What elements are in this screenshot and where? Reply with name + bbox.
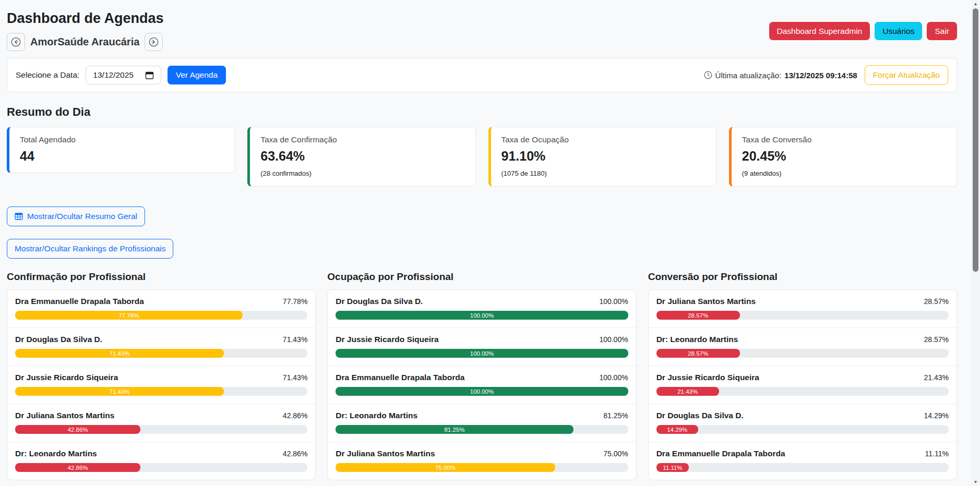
- progress-bar-track: 71.43%: [15, 349, 307, 358]
- progress-bar-fill: 100.00%: [336, 349, 628, 358]
- ranking-row: Dr Juliana Santos Martins42.86%42.86%: [7, 404, 315, 442]
- progress-bar-label: 21.43%: [677, 388, 698, 395]
- professional-name: Dr Douglas Da Silva D.: [656, 411, 744, 420]
- progress-bar-fill: 100.00%: [336, 311, 628, 320]
- percent-value: 100.00%: [599, 335, 628, 344]
- summary-heading: Resumo do Dia: [7, 105, 957, 119]
- last-update-label: Última atualização:: [715, 71, 782, 80]
- date-controls: Selecione a Data: 13/12/2025 Ver Agenda: [16, 66, 226, 84]
- professional-name: Dra Emmanuelle Drapala Taborda: [15, 297, 144, 306]
- forcar-atualizacao-button[interactable]: Forçar Atualização: [865, 65, 948, 85]
- progress-bar-fill: 75.00%: [336, 463, 555, 472]
- ranking-row: Dra Emmanuelle Drapala Taborda77.78%77.7…: [7, 290, 315, 328]
- ranking-row: Dr Douglas Da Silva D.14.29%14.29%: [649, 404, 957, 442]
- clinic-name: AmorSaúde Araucária: [30, 36, 139, 48]
- arrow-right-circle-icon: [149, 37, 159, 47]
- toggle-row-2: Mostrar/Ocultar Rankings de Profissionai…: [7, 239, 957, 259]
- progress-bar-track: 42.86%: [15, 425, 307, 434]
- ranking-row: Dr Juliana Santos Martins75.00%75.00%: [328, 442, 636, 480]
- progress-bar-label: 75.00%: [435, 465, 456, 471]
- ver-agenda-button[interactable]: Ver Agenda: [168, 66, 226, 84]
- ranking-card: Dra Emmanuelle Drapala Taborda77.78%77.7…: [7, 289, 316, 480]
- progress-bar-track: 100.00%: [336, 387, 628, 396]
- progress-bar-track: 81.25%: [336, 425, 628, 434]
- ranking-row: Dr Jussie Ricardo Siqueira100.00%100.00%: [328, 328, 636, 366]
- ranking-row: Dra Emmanuelle Drapala Taborda11.11%11.1…: [649, 442, 957, 480]
- ranking-row: Dr Douglas Da Silva D.71.43%71.43%: [7, 328, 315, 366]
- scrollbar-up-arrow[interactable]: ▲: [971, 2, 980, 6]
- progress-bar-fill: 71.43%: [15, 349, 224, 358]
- progress-bar-track: 11.11%: [656, 463, 949, 472]
- last-update-value: 13/12/2025 09:14:58: [784, 71, 857, 80]
- progress-bar-track: 77.78%: [15, 311, 307, 320]
- toggle-resumo-geral-button[interactable]: Mostrar/Ocultar Resumo Geral: [7, 206, 145, 226]
- ranking-heading: Conversão por Profissional: [648, 271, 957, 283]
- professional-name: Dr Jussie Ricardo Siqueira: [656, 373, 759, 382]
- date-input-value: 13/12/2025: [93, 70, 134, 80]
- rankings-section: Confirmação por Profissional Dra Emmanue…: [7, 271, 957, 480]
- ranking-row: Dr Douglas Da Silva D.100.00%100.00%: [328, 290, 636, 328]
- progress-bar-fill: 42.86%: [15, 425, 140, 434]
- taxa-conversao-card: Taxa de Conversão 20.45% (9 atendidos): [729, 127, 957, 187]
- progress-bar-track: 21.43%: [656, 387, 949, 396]
- professional-name: Dr Jussie Ricardo Siqueira: [15, 373, 118, 382]
- ranking-row: Dr Jussie Ricardo Siqueira71.43%71.43%: [7, 366, 315, 404]
- progress-bar-fill: 71.43%: [15, 387, 224, 396]
- ranking-row: Dr: Leonardo Martins81.25%81.25%: [328, 404, 636, 442]
- progress-bar-track: 100.00%: [336, 311, 628, 320]
- table-icon: [15, 212, 23, 221]
- last-update-text: Última atualização: 13/12/2025 09:14:58: [704, 71, 857, 80]
- date-input[interactable]: 13/12/2025: [86, 66, 161, 84]
- progress-bar-fill: 42.86%: [15, 463, 140, 472]
- total-agendado-card: Total Agendado 44: [7, 127, 235, 173]
- progress-bar-fill: 11.11%: [656, 463, 689, 472]
- usuarios-button[interactable]: Usuários: [875, 22, 922, 40]
- progress-bar-fill: 81.25%: [336, 425, 573, 434]
- update-area: Última atualização: 13/12/2025 09:14:58 …: [704, 65, 948, 85]
- dashboard-superadmin-button[interactable]: Dashboard Superadmin: [769, 22, 870, 40]
- percent-value: 100.00%: [599, 297, 628, 306]
- progress-bar-label: 11.11%: [663, 465, 682, 471]
- previous-clinic-button[interactable]: [7, 33, 25, 51]
- percent-value: 21.43%: [924, 373, 949, 382]
- progress-bar-track: 28.57%: [656, 349, 949, 358]
- progress-bar-fill: 21.43%: [656, 387, 719, 396]
- percent-value: 42.86%: [283, 411, 307, 420]
- progress-bar-label: 77.78%: [118, 312, 139, 319]
- progress-bar-track: 71.43%: [15, 387, 307, 396]
- professional-name: Dr Juliana Santos Martins: [15, 411, 114, 420]
- calendar-icon[interactable]: [145, 71, 154, 80]
- vertical-scrollbar[interactable]: ▲ ▼: [971, 0, 980, 486]
- scrollbar-down-arrow[interactable]: ▼: [971, 480, 980, 484]
- percent-value: 71.43%: [283, 335, 307, 344]
- professional-name: Dra Emmanuelle Drapala Taborda: [656, 449, 785, 458]
- professional-name: Dr Juliana Santos Martins: [656, 297, 756, 306]
- toggle-rankings-button[interactable]: Mostrar/Ocultar Rankings de Profissionai…: [7, 239, 173, 259]
- progress-bar-fill: 28.57%: [656, 311, 740, 320]
- card-value: 44: [20, 149, 224, 164]
- toggle-resumo-geral-label: Mostrar/Ocultar Resumo Geral: [27, 212, 137, 221]
- card-label: Taxa de Conversão: [742, 135, 946, 144]
- sair-button[interactable]: Sair: [927, 22, 957, 40]
- professional-name: Dr Douglas Da Silva D.: [15, 335, 102, 344]
- percent-value: 75.00%: [603, 449, 628, 458]
- progress-bar-label: 71.43%: [110, 388, 130, 395]
- card-label: Taxa de Ocupação: [501, 135, 706, 144]
- progress-bar-track: 75.00%: [336, 463, 628, 472]
- progress-bar-label: 71.43%: [110, 350, 130, 357]
- ranking-card: Dr Juliana Santos Martins28.57%28.57%Dr:…: [648, 289, 957, 480]
- page-title: Dashboard de Agendas: [7, 10, 164, 27]
- card-subtext: (1075 de 1180): [501, 169, 706, 177]
- card-label: Taxa de Confirmação: [260, 135, 464, 144]
- date-label: Selecione a Data:: [16, 70, 79, 80]
- percent-value: 28.57%: [924, 335, 949, 344]
- date-toolbar: Selecione a Data: 13/12/2025 Ver Agenda …: [7, 58, 957, 92]
- progress-bar-label: 28.57%: [688, 350, 708, 357]
- professional-name: Dr Douglas Da Silva D.: [336, 297, 423, 306]
- scrollbar-thumb[interactable]: [973, 8, 978, 272]
- progress-bar-fill: 14.29%: [656, 425, 698, 434]
- next-clinic-button[interactable]: [145, 33, 163, 51]
- progress-bar-track: 42.86%: [15, 463, 307, 472]
- header-actions: Dashboard Superadmin Usuários Sair: [769, 22, 957, 40]
- progress-bar-label: 100.00%: [470, 350, 494, 357]
